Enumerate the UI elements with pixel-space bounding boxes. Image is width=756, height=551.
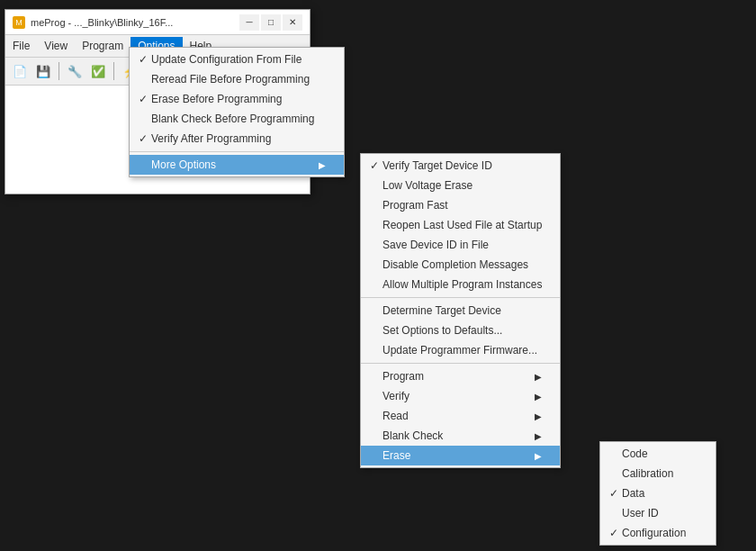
more-options-separator-2 bbox=[361, 363, 560, 364]
minimize-button[interactable]: ─ bbox=[239, 14, 259, 31]
menu-update-firmware-label: Update Programmer Firmware... bbox=[382, 344, 537, 357]
menu-view[interactable]: View bbox=[37, 37, 75, 55]
menu-determine-target-label: Determine Target Device bbox=[382, 304, 501, 317]
menu-update-config-label: Update Configuration From File bbox=[151, 53, 302, 66]
menu-verify-sub-label: Verify bbox=[382, 390, 410, 402]
menu-erase-data-label: Data bbox=[622, 487, 644, 500]
menu-allow-multiple-label: Allow Multiple Program Instances bbox=[382, 278, 542, 291]
verify-sub-arrow-icon: ▶ bbox=[520, 392, 542, 402]
menu-erase-calibration-label: Calibration bbox=[622, 467, 673, 480]
menu-low-voltage[interactable]: Low Voltage Erase bbox=[361, 176, 560, 195]
menu-program-sub[interactable]: Program ▶ bbox=[361, 366, 560, 386]
menu-reread-file-label: Reread File Before Programming bbox=[151, 73, 310, 86]
options-dropdown: ✓ Update Configuration From File Reread … bbox=[129, 47, 345, 177]
menu-erase-before-label: Erase Before Programming bbox=[151, 93, 282, 105]
maximize-button[interactable]: □ bbox=[261, 14, 281, 31]
menu-erase-config-label: Configuration bbox=[622, 527, 686, 539]
app-icon: M bbox=[13, 16, 25, 29]
menu-verify-after-label: Verify After Programming bbox=[151, 132, 271, 145]
menu-disable-completion[interactable]: Disable Completion Messages bbox=[361, 255, 560, 275]
check-update-config: ✓ bbox=[135, 53, 151, 66]
toolbar-verify-button[interactable]: ✅ bbox=[87, 60, 109, 82]
close-button[interactable]: ✕ bbox=[283, 14, 302, 31]
menu-low-voltage-label: Low Voltage Erase bbox=[382, 179, 472, 192]
check-verify-device-id: ✓ bbox=[366, 159, 382, 172]
menu-save-device-id[interactable]: Save Device ID in File bbox=[361, 235, 560, 255]
menu-more-options[interactable]: More Options ▶ bbox=[130, 155, 344, 175]
erase-sub-arrow-icon: ▶ bbox=[520, 451, 542, 461]
toolbar-save-button[interactable]: 💾 bbox=[32, 60, 54, 82]
read-sub-arrow-icon: ▶ bbox=[520, 411, 542, 421]
menu-erase-userid-label: User ID bbox=[622, 507, 659, 519]
menu-erase-before[interactable]: ✓ Erase Before Programming bbox=[130, 89, 344, 109]
menu-program[interactable]: Program bbox=[75, 37, 130, 55]
blank-check-sub-arrow-icon: ▶ bbox=[520, 431, 542, 441]
menu-blank-check[interactable]: Blank Check Before Programming bbox=[130, 109, 344, 129]
menu-reopen-last[interactable]: Reopen Last Used File at Startup bbox=[361, 215, 560, 235]
menu-update-firmware[interactable]: Update Programmer Firmware... bbox=[361, 340, 560, 360]
menu-reread-file[interactable]: Reread File Before Programming bbox=[130, 69, 344, 89]
erase-dropdown: Code Calibration ✓ Data User ID ✓ Config… bbox=[599, 441, 716, 546]
menu-erase-sub[interactable]: Erase ▶ bbox=[361, 446, 560, 465]
menu-verify-device-id-label: Verify Target Device ID bbox=[382, 159, 492, 172]
menu-program-fast-label: Program Fast bbox=[382, 199, 448, 212]
menu-update-config[interactable]: ✓ Update Configuration From File bbox=[130, 50, 344, 69]
more-options-separator-1 bbox=[361, 297, 560, 298]
menu-blank-check-sub-label: Blank Check bbox=[382, 429, 443, 442]
menu-disable-completion-label: Disable Completion Messages bbox=[382, 258, 528, 271]
titlebar-left: M meProg - ..._Blinky\Blinky_16F... bbox=[13, 16, 173, 29]
window-title: meProg - ..._Blinky\Blinky_16F... bbox=[31, 17, 173, 28]
menu-erase-config[interactable]: ✓ Configuration bbox=[600, 523, 716, 543]
check-verify-after: ✓ bbox=[135, 132, 151, 145]
menu-erase-code[interactable]: Code bbox=[600, 444, 716, 464]
menu-erase-sub-label: Erase bbox=[382, 449, 410, 462]
titlebar-controls: ─ □ ✕ bbox=[239, 14, 302, 31]
options-separator-1 bbox=[130, 151, 344, 152]
menu-determine-target[interactable]: Determine Target Device bbox=[361, 301, 560, 321]
check-erase-before: ✓ bbox=[135, 93, 151, 105]
toolbar-new-button[interactable]: 📄 bbox=[9, 60, 31, 82]
menu-erase-userid[interactable]: User ID bbox=[600, 503, 716, 523]
toolbar-program-button[interactable]: 🔧 bbox=[64, 60, 86, 82]
more-options-dropdown: ✓ Verify Target Device ID Low Voltage Er… bbox=[360, 153, 561, 468]
menu-erase-calibration[interactable]: Calibration bbox=[600, 464, 716, 483]
menu-verify-after[interactable]: ✓ Verify After Programming bbox=[130, 129, 344, 149]
menu-erase-code-label: Code bbox=[622, 447, 648, 460]
program-sub-arrow-icon: ▶ bbox=[520, 372, 542, 382]
menu-blank-check-label: Blank Check Before Programming bbox=[151, 113, 314, 125]
menu-read-sub[interactable]: Read ▶ bbox=[361, 406, 560, 426]
menu-blank-check-sub[interactable]: Blank Check ▶ bbox=[361, 426, 560, 446]
menu-reopen-last-label: Reopen Last Used File at Startup bbox=[382, 219, 542, 231]
check-erase-data: ✓ bbox=[606, 487, 622, 500]
toolbar-separator-1 bbox=[58, 62, 59, 80]
menu-program-sub-label: Program bbox=[382, 370, 424, 383]
menu-set-defaults[interactable]: Set Options to Defaults... bbox=[361, 321, 560, 340]
menu-verify-sub[interactable]: Verify ▶ bbox=[361, 386, 560, 406]
titlebar: M meProg - ..._Blinky\Blinky_16F... ─ □ … bbox=[5, 10, 310, 35]
menu-file[interactable]: File bbox=[5, 37, 37, 55]
menu-erase-data[interactable]: ✓ Data bbox=[600, 483, 716, 503]
toolbar-separator-2 bbox=[113, 62, 114, 80]
menu-read-sub-label: Read bbox=[382, 410, 409, 422]
menu-more-options-label: More Options bbox=[151, 158, 216, 171]
menu-verify-device-id[interactable]: ✓ Verify Target Device ID bbox=[361, 156, 560, 176]
menu-set-defaults-label: Set Options to Defaults... bbox=[382, 324, 502, 337]
menu-program-fast[interactable]: Program Fast bbox=[361, 195, 560, 215]
menu-allow-multiple[interactable]: Allow Multiple Program Instances bbox=[361, 275, 560, 294]
menu-save-device-id-label: Save Device ID in File bbox=[382, 239, 489, 251]
check-erase-config: ✓ bbox=[606, 527, 622, 539]
more-options-arrow-icon: ▶ bbox=[304, 160, 326, 170]
